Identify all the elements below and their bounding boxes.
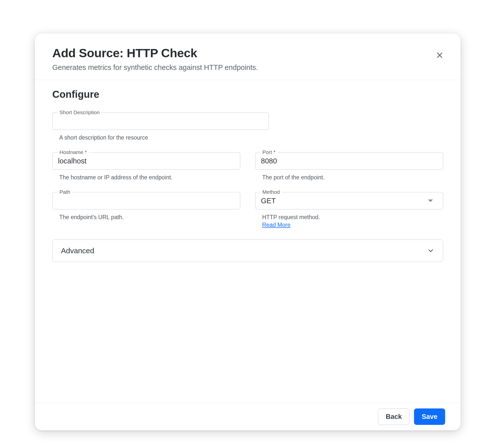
field-group-hostname: Hostname * The hostname or IP address of… bbox=[52, 152, 240, 181]
path-input[interactable] bbox=[53, 192, 240, 209]
dialog-footer: Back Save bbox=[35, 403, 461, 430]
field-help-method: HTTP request method. bbox=[255, 214, 443, 221]
method-read-more-link[interactable]: Read More bbox=[255, 222, 291, 228]
save-button[interactable]: Save bbox=[414, 408, 445, 425]
port-input[interactable] bbox=[255, 152, 443, 169]
field-help-port: The port of the endpoint. bbox=[255, 174, 443, 181]
add-source-dialog: Add Source: HTTP Check Generates metrics… bbox=[35, 34, 461, 430]
dialog-body[interactable]: Configure Short Description A short desc… bbox=[35, 80, 461, 403]
dialog-title: Add Source: HTTP Check bbox=[52, 46, 443, 60]
section-title-configure: Configure bbox=[52, 89, 443, 100]
field-wrap: Port * bbox=[255, 152, 443, 170]
dialog-subtitle: Generates metrics for synthetic checks a… bbox=[52, 63, 443, 72]
chevron-down-icon bbox=[427, 247, 434, 254]
field-help-short-description: A short description for the resource bbox=[52, 134, 269, 141]
field-wrap: Method GET bbox=[255, 192, 443, 209]
field-label-hostname: Hostname * bbox=[58, 149, 89, 155]
advanced-accordion[interactable]: Advanced bbox=[52, 240, 443, 262]
field-label-short-description: Short Description bbox=[58, 109, 102, 115]
method-select-value: GET bbox=[261, 197, 276, 205]
field-group-short-description: Short Description A short description fo… bbox=[52, 112, 269, 141]
dropdown-caret-icon bbox=[428, 199, 433, 202]
field-wrap: Hostname * bbox=[52, 152, 240, 170]
back-button[interactable]: Back bbox=[378, 408, 410, 425]
field-wrap: Path bbox=[52, 192, 240, 209]
field-label-method: Method bbox=[260, 189, 282, 195]
method-select[interactable]: GET bbox=[255, 192, 443, 209]
field-group-port: Port * The port of the endpoint. bbox=[255, 152, 443, 181]
field-label-path: Path bbox=[58, 189, 72, 195]
close-button[interactable] bbox=[434, 50, 445, 61]
advanced-accordion-title: Advanced bbox=[61, 247, 94, 255]
field-help-hostname: The hostname or IP address of the endpoi… bbox=[52, 174, 240, 181]
field-label-port: Port * bbox=[260, 149, 278, 155]
field-wrap: Short Description bbox=[52, 112, 269, 130]
field-group-path: Path The endpoint's URL path. bbox=[52, 192, 240, 228]
close-icon bbox=[436, 51, 443, 59]
field-group-method: Method GET HTTP request method. Read Mor… bbox=[255, 192, 443, 228]
dialog-header: Add Source: HTTP Check Generates metrics… bbox=[35, 34, 461, 80]
field-help-path: The endpoint's URL path. bbox=[52, 214, 240, 221]
